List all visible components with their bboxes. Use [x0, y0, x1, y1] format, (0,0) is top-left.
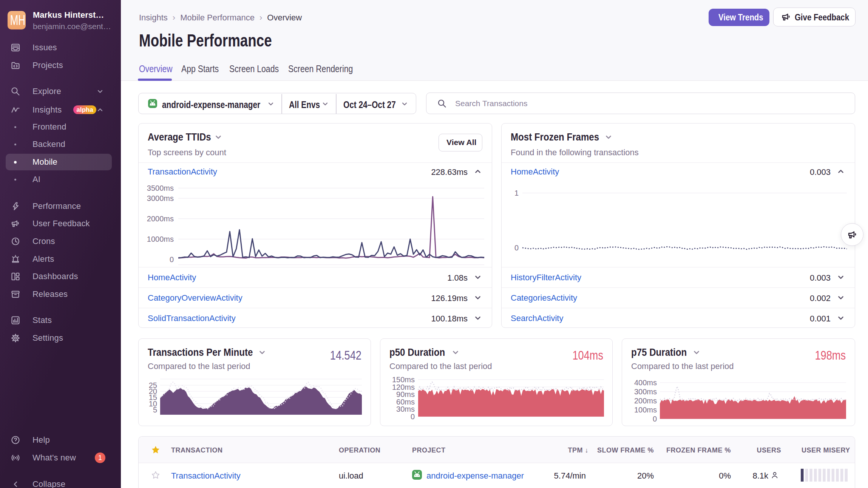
svg-text:1000ms: 1000ms	[147, 235, 174, 243]
svg-text:100ms: 100ms	[634, 406, 657, 414]
svg-text:0: 0	[653, 415, 657, 423]
svg-text:200ms: 200ms	[634, 397, 657, 405]
svg-text:0: 0	[514, 244, 519, 252]
svg-text:3000ms: 3000ms	[147, 194, 174, 202]
svg-text:300ms: 300ms	[634, 388, 657, 396]
svg-text:0: 0	[411, 412, 415, 421]
svg-text:400ms: 400ms	[634, 378, 657, 387]
svg-text:0: 0	[170, 255, 174, 264]
svg-text:5: 5	[153, 406, 157, 414]
svg-text:3500ms: 3500ms	[147, 184, 174, 192]
svg-text:1: 1	[514, 189, 519, 197]
svg-text:2000ms: 2000ms	[147, 215, 174, 223]
